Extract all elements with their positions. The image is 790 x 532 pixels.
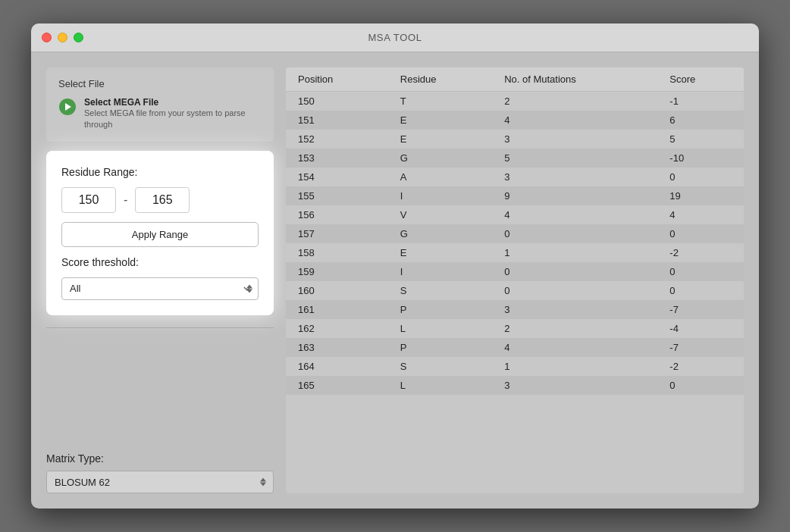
matrix-section: Matrix Type: BLOSUM 62PAM250BLOSUM 80BLO… bbox=[46, 443, 274, 493]
table-cell: -4 bbox=[657, 319, 744, 338]
table-cell: 0 bbox=[492, 224, 657, 243]
table-cell: 2 bbox=[492, 92, 657, 111]
residue-range-label: Residue Range: bbox=[61, 166, 259, 178]
table-cell: 6 bbox=[657, 111, 744, 130]
table-cell: 152 bbox=[286, 130, 388, 149]
select-mega-button[interactable]: Select MEGA File Select MEGA file from y… bbox=[58, 97, 262, 131]
table-cell: 3 bbox=[492, 300, 657, 319]
select-mega-title: Select MEGA File bbox=[84, 97, 262, 108]
select-mega-desc: Select MEGA file from your system to par… bbox=[84, 108, 262, 131]
table-row: 160S00 bbox=[286, 281, 744, 300]
left-panel: Select File Select MEGA File Select MEGA… bbox=[46, 67, 274, 493]
table-cell: -7 bbox=[657, 338, 744, 357]
table-cell: E bbox=[388, 111, 492, 130]
minimize-button[interactable] bbox=[58, 33, 67, 42]
table-row: 161P3-7 bbox=[286, 300, 744, 319]
table-row: 155I919 bbox=[286, 186, 744, 205]
main-window: MSA TOOL Select File Select MEGA File Se… bbox=[31, 23, 759, 509]
score-threshold-wrapper: All-10-50510 bbox=[61, 277, 259, 300]
table-row: 164S1-2 bbox=[286, 357, 744, 376]
table-cell: E bbox=[388, 243, 492, 262]
table-cell: 157 bbox=[286, 224, 388, 243]
table-header-cell: Score bbox=[657, 67, 744, 92]
table-cell: G bbox=[388, 224, 492, 243]
table-cell: 150 bbox=[286, 92, 388, 111]
main-content: Select File Select MEGA File Select MEGA… bbox=[31, 52, 759, 509]
table-cell: 4 bbox=[492, 338, 657, 357]
table-cell: 159 bbox=[286, 262, 388, 281]
range-dash: - bbox=[124, 193, 127, 207]
table-cell: 153 bbox=[286, 149, 388, 167]
table-header-cell: No. of Mutations bbox=[492, 67, 657, 92]
table-cell: 0 bbox=[492, 281, 657, 300]
table-cell: 19 bbox=[657, 186, 744, 205]
table-cell: -2 bbox=[657, 357, 744, 376]
table-cell: 3 bbox=[492, 167, 657, 186]
table-cell: 0 bbox=[657, 224, 744, 243]
divider bbox=[46, 327, 274, 328]
table-row: 150T2-1 bbox=[286, 92, 744, 111]
table-row: 154A30 bbox=[286, 167, 744, 186]
table-cell: A bbox=[388, 167, 492, 186]
table-cell: 0 bbox=[657, 376, 744, 395]
table-header: PositionResidueNo. of MutationsScore bbox=[286, 67, 744, 92]
table-cell: 162 bbox=[286, 319, 388, 338]
window-controls bbox=[42, 33, 83, 42]
table-header-cell: Residue bbox=[388, 67, 492, 92]
table-cell: P bbox=[388, 338, 492, 357]
table-cell: -1 bbox=[657, 92, 744, 111]
score-threshold-label: Score threshold: bbox=[61, 256, 259, 268]
table-row: 152E35 bbox=[286, 130, 744, 149]
select-mega-text: Select MEGA File Select MEGA file from y… bbox=[84, 97, 262, 131]
close-button[interactable] bbox=[42, 33, 52, 42]
table-cell: 154 bbox=[286, 167, 388, 186]
table-cell: 161 bbox=[286, 300, 388, 319]
table-cell: 1 bbox=[492, 243, 657, 262]
table-row: 163P4-7 bbox=[286, 338, 744, 357]
table-cell: L bbox=[388, 376, 492, 395]
select-file-label: Select File bbox=[58, 78, 262, 89]
window-title: MSA TOOL bbox=[368, 32, 422, 43]
apply-range-button[interactable]: Apply Range bbox=[61, 222, 259, 247]
select-file-section: Select File Select MEGA File Select MEGA… bbox=[46, 67, 274, 142]
table-cell: 4 bbox=[492, 111, 657, 130]
score-threshold-select[interactable]: All-10-50510 bbox=[61, 277, 259, 300]
table-cell: V bbox=[388, 205, 492, 224]
table-cell: T bbox=[388, 92, 492, 111]
range-inputs: - bbox=[61, 187, 259, 213]
table-cell: -10 bbox=[657, 149, 744, 167]
table-cell: 0 bbox=[657, 167, 744, 186]
table-body: 150T2-1151E46152E35153G5-10154A30155I919… bbox=[286, 92, 744, 396]
range-from-input[interactable] bbox=[61, 187, 116, 213]
table-cell: S bbox=[388, 281, 492, 300]
table-cell: S bbox=[388, 357, 492, 376]
table-cell: 156 bbox=[286, 205, 388, 224]
residue-section: Residue Range: - Apply Range Score thres… bbox=[46, 151, 274, 315]
table-cell: 0 bbox=[657, 262, 744, 281]
maximize-button[interactable] bbox=[74, 33, 83, 42]
table-cell: 3 bbox=[492, 376, 657, 395]
table-cell: 5 bbox=[492, 149, 657, 167]
table-row: 159I00 bbox=[286, 262, 744, 281]
table-cell: 158 bbox=[286, 243, 388, 262]
table-cell: 165 bbox=[286, 376, 388, 395]
table-header-row: PositionResidueNo. of MutationsScore bbox=[286, 67, 744, 92]
range-to-input[interactable] bbox=[135, 187, 190, 213]
table-cell: 4 bbox=[492, 205, 657, 224]
table-cell: 0 bbox=[657, 281, 744, 300]
table-cell: 164 bbox=[286, 357, 388, 376]
matrix-type-select[interactable]: BLOSUM 62PAM250BLOSUM 80BLOSUM 45 bbox=[46, 471, 274, 493]
table-cell: -7 bbox=[657, 300, 744, 319]
table-cell: 0 bbox=[492, 262, 657, 281]
table-cell: E bbox=[388, 130, 492, 149]
table-row: 153G5-10 bbox=[286, 149, 744, 167]
table-cell: I bbox=[388, 262, 492, 281]
matrix-select-wrapper: BLOSUM 62PAM250BLOSUM 80BLOSUM 45 bbox=[46, 471, 274, 493]
table-cell: P bbox=[388, 300, 492, 319]
table-cell: 3 bbox=[492, 130, 657, 149]
titlebar: MSA TOOL bbox=[31, 23, 759, 52]
table-cell: 4 bbox=[657, 205, 744, 224]
table-cell: 151 bbox=[286, 111, 388, 130]
table-cell: -2 bbox=[657, 243, 744, 262]
table-row: 158E1-2 bbox=[286, 243, 744, 262]
